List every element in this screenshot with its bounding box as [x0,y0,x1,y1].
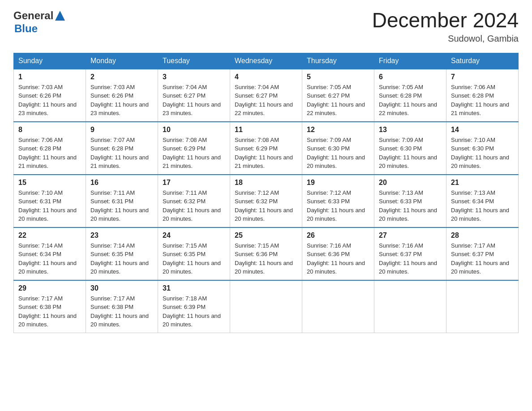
day-number: 29 [18,284,81,292]
day-info: Sunrise: 7:10 AMSunset: 6:30 PMDaylight:… [451,136,514,171]
day-number: 16 [90,179,153,187]
day-number: 15 [18,179,81,187]
table-row [230,280,302,333]
day-info: Sunrise: 7:08 AMSunset: 6:29 PMDaylight:… [163,136,225,171]
table-row: 7Sunrise: 7:06 AMSunset: 6:28 PMDaylight… [446,69,519,122]
day-info: Sunrise: 7:15 AMSunset: 6:36 PMDaylight:… [235,241,297,276]
day-number: 6 [379,73,442,81]
logo: General Blue [13,9,65,35]
day-info: Sunrise: 7:03 AMSunset: 6:26 PMDaylight:… [90,83,153,118]
day-number: 5 [307,73,369,81]
header-right: December 2024 Sudowol, Gambia [372,9,519,44]
logo-blue: Blue [14,22,38,35]
day-number: 27 [379,231,442,240]
day-number: 4 [235,73,297,81]
day-info: Sunrise: 7:12 AMSunset: 6:33 PMDaylight:… [307,188,369,223]
logo-general: General [13,9,53,22]
table-row: 24Sunrise: 7:15 AMSunset: 6:35 PMDayligh… [158,227,230,280]
col-header-sunday: Sunday [14,53,86,69]
day-info: Sunrise: 7:03 AMSunset: 6:26 PMDaylight:… [18,83,81,118]
calendar-week-row: 22Sunrise: 7:14 AMSunset: 6:34 PMDayligh… [14,227,519,280]
table-row: 26Sunrise: 7:16 AMSunset: 6:36 PMDayligh… [302,227,374,280]
table-row: 10Sunrise: 7:08 AMSunset: 6:29 PMDayligh… [158,122,230,175]
day-info: Sunrise: 7:14 AMSunset: 6:35 PMDaylight:… [90,241,153,276]
day-info: Sunrise: 7:17 AMSunset: 6:38 PMDaylight:… [90,294,153,329]
location-subtitle: Sudowol, Gambia [372,34,519,44]
col-header-thursday: Thursday [302,53,374,69]
day-info: Sunrise: 7:18 AMSunset: 6:39 PMDaylight:… [163,294,225,329]
table-row: 25Sunrise: 7:15 AMSunset: 6:36 PMDayligh… [230,227,302,280]
table-row: 13Sunrise: 7:09 AMSunset: 6:30 PMDayligh… [374,122,446,175]
table-row: 20Sunrise: 7:13 AMSunset: 6:33 PMDayligh… [374,175,446,227]
col-header-tuesday: Tuesday [158,53,230,69]
calendar-header-row: Sunday Monday Tuesday Wednesday Thursday… [14,53,519,69]
day-info: Sunrise: 7:17 AMSunset: 6:38 PMDaylight:… [18,294,81,329]
table-row: 30Sunrise: 7:17 AMSunset: 6:38 PMDayligh… [86,280,158,333]
table-row [302,280,374,333]
day-number: 24 [163,231,225,240]
col-header-friday: Friday [374,53,446,69]
table-row: 4Sunrise: 7:04 AMSunset: 6:27 PMDaylight… [230,69,302,122]
day-number: 2 [90,73,153,81]
table-row: 12Sunrise: 7:09 AMSunset: 6:30 PMDayligh… [302,122,374,175]
day-number: 14 [451,126,514,134]
logo-triangle-icon [55,11,65,21]
table-row: 6Sunrise: 7:05 AMSunset: 6:28 PMDaylight… [374,69,446,122]
table-row: 11Sunrise: 7:08 AMSunset: 6:29 PMDayligh… [230,122,302,175]
day-info: Sunrise: 7:15 AMSunset: 6:35 PMDaylight:… [163,241,225,276]
table-row: 2Sunrise: 7:03 AMSunset: 6:26 PMDaylight… [86,69,158,122]
day-number: 7 [451,73,514,81]
day-number: 1 [18,73,81,81]
day-number: 3 [163,73,225,81]
day-info: Sunrise: 7:10 AMSunset: 6:31 PMDaylight:… [18,188,81,223]
calendar-week-row: 29Sunrise: 7:17 AMSunset: 6:38 PMDayligh… [14,280,519,333]
table-row: 27Sunrise: 7:16 AMSunset: 6:37 PMDayligh… [374,227,446,280]
day-info: Sunrise: 7:06 AMSunset: 6:28 PMDaylight:… [451,83,514,118]
day-number: 11 [235,126,297,134]
day-info: Sunrise: 7:04 AMSunset: 6:27 PMDaylight:… [163,83,225,118]
table-row: 31Sunrise: 7:18 AMSunset: 6:39 PMDayligh… [158,280,230,333]
table-row: 5Sunrise: 7:05 AMSunset: 6:27 PMDaylight… [302,69,374,122]
day-info: Sunrise: 7:17 AMSunset: 6:37 PMDaylight:… [451,241,514,276]
day-number: 28 [451,231,514,240]
month-year-title: December 2024 [372,9,519,32]
day-info: Sunrise: 7:09 AMSunset: 6:30 PMDaylight:… [307,136,369,171]
day-info: Sunrise: 7:04 AMSunset: 6:27 PMDaylight:… [235,83,297,118]
col-header-wednesday: Wednesday [230,53,302,69]
day-number: 23 [90,231,153,240]
day-number: 13 [379,126,442,134]
day-number: 22 [18,231,81,240]
svg-marker-0 [55,11,65,21]
day-number: 10 [163,126,225,134]
table-row: 14Sunrise: 7:10 AMSunset: 6:30 PMDayligh… [446,122,519,175]
table-row: 22Sunrise: 7:14 AMSunset: 6:34 PMDayligh… [14,227,86,280]
table-row: 15Sunrise: 7:10 AMSunset: 6:31 PMDayligh… [14,175,86,227]
day-info: Sunrise: 7:16 AMSunset: 6:37 PMDaylight:… [379,241,442,276]
table-row: 17Sunrise: 7:11 AMSunset: 6:32 PMDayligh… [158,175,230,227]
day-number: 30 [90,284,153,292]
page-header: General Blue December 2024 Sudowol, Gamb… [13,9,519,44]
day-info: Sunrise: 7:16 AMSunset: 6:36 PMDaylight:… [307,241,369,276]
day-info: Sunrise: 7:08 AMSunset: 6:29 PMDaylight:… [235,136,297,171]
table-row: 1Sunrise: 7:03 AMSunset: 6:26 PMDaylight… [14,69,86,122]
table-row: 8Sunrise: 7:06 AMSunset: 6:28 PMDaylight… [14,122,86,175]
table-row [374,280,446,333]
day-info: Sunrise: 7:12 AMSunset: 6:32 PMDaylight:… [235,188,297,223]
day-number: 12 [307,126,369,134]
table-row: 16Sunrise: 7:11 AMSunset: 6:31 PMDayligh… [86,175,158,227]
day-number: 20 [379,179,442,187]
day-number: 31 [163,284,225,292]
day-number: 26 [307,231,369,240]
day-info: Sunrise: 7:13 AMSunset: 6:34 PMDaylight:… [451,188,514,223]
day-number: 21 [451,179,514,187]
day-info: Sunrise: 7:06 AMSunset: 6:28 PMDaylight:… [18,136,81,171]
table-row: 19Sunrise: 7:12 AMSunset: 6:33 PMDayligh… [302,175,374,227]
table-row: 21Sunrise: 7:13 AMSunset: 6:34 PMDayligh… [446,175,519,227]
calendar-week-row: 1Sunrise: 7:03 AMSunset: 6:26 PMDaylight… [14,69,519,122]
day-number: 17 [163,179,225,187]
day-info: Sunrise: 7:14 AMSunset: 6:34 PMDaylight:… [18,241,81,276]
day-info: Sunrise: 7:05 AMSunset: 6:27 PMDaylight:… [307,83,369,118]
table-row: 3Sunrise: 7:04 AMSunset: 6:27 PMDaylight… [158,69,230,122]
calendar-week-row: 15Sunrise: 7:10 AMSunset: 6:31 PMDayligh… [14,175,519,227]
table-row [446,280,519,333]
